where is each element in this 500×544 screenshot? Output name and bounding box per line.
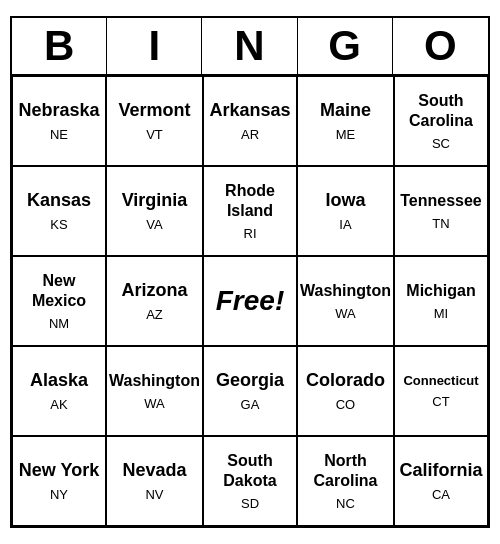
cell-state-abbr: AZ (146, 307, 163, 322)
cell-state-name: Tennessee (400, 191, 482, 210)
cell-state-abbr: NM (49, 316, 69, 331)
cell-state-name: Georgia (216, 370, 284, 392)
cell-state-name: Iowa (325, 190, 365, 212)
bingo-cell-13: WashingtonWA (297, 256, 394, 346)
cell-state-abbr: WA (144, 396, 164, 411)
cell-state-abbr: NC (336, 496, 355, 511)
bingo-grid: NebraskaNEVermontVTArkansasARMaineMESout… (12, 76, 488, 526)
bingo-cell-20: New YorkNY (12, 436, 106, 526)
cell-state-abbr: RI (244, 226, 257, 241)
cell-state-name: Arkansas (209, 100, 290, 122)
bingo-cell-4: South CarolinaSC (394, 76, 488, 166)
bingo-cell-9: TennesseeTN (394, 166, 488, 256)
bingo-cell-2: ArkansasAR (203, 76, 297, 166)
cell-state-name: Nebraska (18, 100, 99, 122)
header-letter-i: I (107, 18, 202, 74)
cell-state-abbr: GA (241, 397, 260, 412)
cell-state-abbr: NY (50, 487, 68, 502)
cell-state-abbr: AR (241, 127, 259, 142)
cell-state-abbr: SD (241, 496, 259, 511)
bingo-card: BINGO NebraskaNEVermontVTArkansasARMaine… (10, 16, 490, 528)
bingo-cell-1: VermontVT (106, 76, 203, 166)
cell-state-name: Michigan (406, 281, 475, 300)
bingo-cell-3: MaineME (297, 76, 394, 166)
cell-state-name: Colorado (306, 370, 385, 392)
cell-state-abbr: AK (50, 397, 67, 412)
cell-state-name: Washington (109, 371, 200, 390)
bingo-cell-11: ArizonaAZ (106, 256, 203, 346)
cell-state-name: Rhode Island (206, 181, 294, 219)
bingo-cell-21: NevadaNV (106, 436, 203, 526)
cell-state-name: New Mexico (15, 271, 103, 309)
bingo-cell-10: New MexicoNM (12, 256, 106, 346)
cell-state-abbr: WA (335, 306, 355, 321)
bingo-cell-12: Free! (203, 256, 297, 346)
bingo-cell-0: NebraskaNE (12, 76, 106, 166)
bingo-cell-5: KansasKS (12, 166, 106, 256)
header-letter-g: G (298, 18, 393, 74)
cell-state-name: New York (19, 460, 99, 482)
header-letter-o: O (393, 18, 488, 74)
cell-state-name: Kansas (27, 190, 91, 212)
cell-state-abbr: SC (432, 136, 450, 151)
cell-state-name: Nevada (122, 460, 186, 482)
header-letter-n: N (202, 18, 297, 74)
cell-state-abbr: VT (146, 127, 163, 142)
cell-state-name: Maine (320, 100, 371, 122)
cell-state-abbr: NE (50, 127, 68, 142)
cell-state-name: Alaska (30, 370, 88, 392)
cell-state-abbr: CA (432, 487, 450, 502)
bingo-cell-15: AlaskaAK (12, 346, 106, 436)
bingo-cell-16: WashingtonWA (106, 346, 203, 436)
bingo-cell-19: ConnecticutCT (394, 346, 488, 436)
free-space: Free! (216, 285, 284, 317)
cell-state-name: Arizona (122, 280, 188, 302)
cell-state-name: North Carolina (300, 451, 391, 489)
bingo-cell-22: South DakotaSD (203, 436, 297, 526)
cell-state-name: Connecticut (403, 373, 478, 389)
bingo-header: BINGO (12, 18, 488, 76)
cell-state-abbr: IA (339, 217, 351, 232)
bingo-cell-6: VirginiaVA (106, 166, 203, 256)
cell-state-abbr: KS (50, 217, 67, 232)
cell-state-name: Washington (300, 281, 391, 300)
bingo-cell-7: Rhode IslandRI (203, 166, 297, 256)
bingo-cell-14: MichiganMI (394, 256, 488, 346)
cell-state-abbr: MI (434, 306, 448, 321)
cell-state-name: South Carolina (397, 91, 485, 129)
bingo-cell-23: North CarolinaNC (297, 436, 394, 526)
bingo-cell-17: GeorgiaGA (203, 346, 297, 436)
cell-state-abbr: TN (432, 216, 449, 231)
cell-state-name: Vermont (118, 100, 190, 122)
bingo-cell-8: IowaIA (297, 166, 394, 256)
cell-state-abbr: NV (145, 487, 163, 502)
header-letter-b: B (12, 18, 107, 74)
cell-state-abbr: CO (336, 397, 356, 412)
bingo-cell-24: CaliforniaCA (394, 436, 488, 526)
cell-state-abbr: ME (336, 127, 356, 142)
cell-state-abbr: CT (432, 394, 449, 409)
cell-state-name: California (399, 460, 482, 482)
cell-state-name: South Dakota (206, 451, 294, 489)
cell-state-name: Virginia (122, 190, 188, 212)
cell-state-abbr: VA (146, 217, 162, 232)
bingo-cell-18: ColoradoCO (297, 346, 394, 436)
